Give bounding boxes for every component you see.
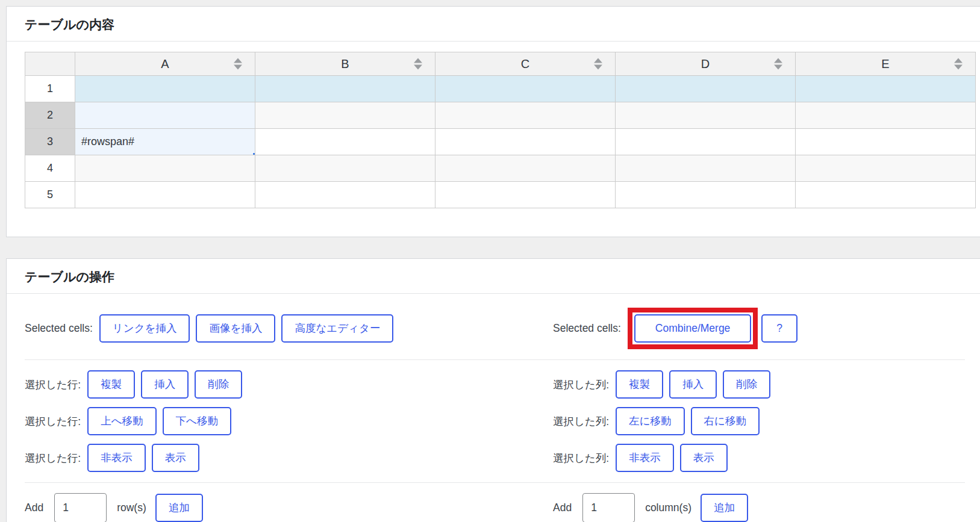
column-header-d[interactable]: D <box>616 52 796 76</box>
add-columns-count-input[interactable] <box>582 493 635 522</box>
rows-group-1: 選択した行: 複製 挿入 削除 <box>25 370 553 399</box>
delete-columns-button[interactable]: 削除 <box>723 370 770 399</box>
grid-row-5: 5 <box>25 182 976 208</box>
row-header-1[interactable]: 1 <box>25 76 75 102</box>
sort-arrows-icon <box>414 58 422 70</box>
add-rows-count-input[interactable] <box>54 493 107 522</box>
column-header-e[interactable]: E <box>796 52 976 76</box>
add-columns-suffix-label: column(s) <box>645 502 691 514</box>
column-header-c[interactable]: C <box>435 52 616 76</box>
grid-corner-cell[interactable] <box>25 52 75 76</box>
cell-e4[interactable] <box>796 155 976 182</box>
selected-columns-label: 選択した列: <box>553 451 609 465</box>
cell-c2[interactable] <box>435 102 616 129</box>
add-columns-group: Add column(s) 追加 <box>553 493 965 522</box>
cell-a1[interactable] <box>75 76 255 102</box>
combine-merge-button[interactable]: Combine/Merge <box>634 314 752 343</box>
row-header-4[interactable]: 4 <box>25 155 75 182</box>
hide-columns-button[interactable]: 非表示 <box>616 444 674 472</box>
cell-d4[interactable] <box>616 155 796 182</box>
selected-columns-label: 選択した列: <box>553 378 609 392</box>
cols-group-1: 選択した列: 複製 挿入 削除 <box>553 370 965 399</box>
insert-columns-button[interactable]: 挿入 <box>669 370 717 399</box>
cell-e2[interactable] <box>796 102 976 129</box>
add-row: Add row(s) 追加 Add column(s) 追加 <box>25 493 965 522</box>
cell-a4[interactable] <box>75 155 255 182</box>
column-header-label: A <box>161 57 169 70</box>
merge-help-button[interactable]: ? <box>761 314 797 343</box>
selected-columns-label: 選択した列: <box>553 414 609 429</box>
selection-fill-handle[interactable] <box>252 152 255 155</box>
cell-c4[interactable] <box>435 155 616 182</box>
show-columns-button[interactable]: 表示 <box>680 444 728 472</box>
column-header-a[interactable]: A <box>75 52 255 76</box>
row-header-3[interactable]: 3 <box>25 129 75 155</box>
move-row: 選択した行: 上へ移動 下へ移動 選択した列: 左に移動 右に移動 <box>25 407 965 435</box>
cell-d1[interactable] <box>616 76 796 102</box>
grid-row-3: 3 #rowspan# <box>25 129 976 155</box>
add-rows-prefix-label: Add <box>25 502 43 514</box>
cell-e3[interactable] <box>796 129 976 155</box>
cell-b2[interactable] <box>255 102 435 129</box>
sort-arrows-icon <box>774 58 782 70</box>
move-columns-right-button[interactable]: 右に移動 <box>691 407 760 435</box>
duplicate-insert-delete-row: 選択した行: 複製 挿入 削除 選択した列: 複製 挿入 削除 <box>25 370 965 399</box>
add-rows-group: Add row(s) 追加 <box>25 493 553 522</box>
cell-e1[interactable] <box>796 76 976 102</box>
move-rows-down-button[interactable]: 下へ移動 <box>163 407 231 435</box>
cell-c3[interactable] <box>435 129 616 155</box>
grid-header-row: A B C D E <box>25 52 976 76</box>
column-header-label: C <box>521 57 529 70</box>
rows-group-3: 選択した行: 非表示 表示 <box>25 444 553 472</box>
insert-rows-button[interactable]: 挿入 <box>141 370 189 399</box>
selected-cells-row: Selected cells: リンクを挿入 画像を挿入 高度なエディター Se… <box>25 308 965 349</box>
add-rows-suffix-label: row(s) <box>117 502 146 514</box>
move-columns-left-button[interactable]: 左に移動 <box>616 407 684 435</box>
hide-rows-button[interactable]: 非表示 <box>87 444 146 472</box>
cell-b3[interactable] <box>255 129 435 155</box>
panel-title-contents: テーブルの内容 <box>7 7 980 42</box>
advanced-editor-button[interactable]: 高度なエディター <box>281 314 393 343</box>
cell-b1[interactable] <box>255 76 435 102</box>
grid-row-4: 4 <box>25 155 976 182</box>
selected-cells-label: Selected cells: <box>25 322 93 335</box>
cell-d3[interactable] <box>616 129 796 155</box>
insert-image-button[interactable]: 画像を挿入 <box>196 314 275 343</box>
add-columns-button[interactable]: 追加 <box>701 494 748 522</box>
sort-arrows-icon <box>954 58 963 70</box>
show-rows-button[interactable]: 表示 <box>152 444 199 472</box>
move-rows-up-button[interactable]: 上へ移動 <box>87 407 156 435</box>
cell-b5[interactable] <box>255 182 435 208</box>
visibility-row: 選択した行: 非表示 表示 選択した列: 非表示 表示 <box>25 444 965 472</box>
grid-row-1: 1 <box>25 76 976 102</box>
row-header-2[interactable]: 2 <box>25 102 75 129</box>
table-contents-panel: テーブルの内容 A B C <box>6 6 980 237</box>
column-header-label: D <box>701 57 710 70</box>
duplicate-rows-button[interactable]: 複製 <box>87 370 135 399</box>
table-manipulation-panel: テーブルの操作 Selected cells: リンクを挿入 画像を挿入 高度な… <box>6 258 980 522</box>
delete-rows-button[interactable]: 削除 <box>195 370 242 399</box>
duplicate-columns-button[interactable]: 複製 <box>616 370 663 399</box>
cell-e5[interactable] <box>796 182 976 208</box>
add-rows-button[interactable]: 追加 <box>155 494 203 522</box>
cell-a5[interactable] <box>75 182 255 208</box>
cell-c5[interactable] <box>435 182 616 208</box>
operations-container: Selected cells: リンクを挿入 画像を挿入 高度なエディター Se… <box>7 294 980 522</box>
selected-cells-left: Selected cells: リンクを挿入 画像を挿入 高度なエディター <box>25 314 553 343</box>
spreadsheet-grid: A B C D E <box>25 52 976 208</box>
cell-d2[interactable] <box>616 102 796 129</box>
column-header-label: B <box>341 57 349 70</box>
cols-group-2: 選択した列: 左に移動 右に移動 <box>553 407 965 435</box>
panel-title-operations: テーブルの操作 <box>7 259 980 294</box>
row-header-5[interactable]: 5 <box>25 182 75 208</box>
column-header-label: E <box>881 57 889 70</box>
cell-a3-value: #rowspan# <box>81 135 134 148</box>
column-header-b[interactable]: B <box>255 52 435 76</box>
cell-d5[interactable] <box>616 182 796 208</box>
cell-c1[interactable] <box>435 76 616 102</box>
cell-a2-selected[interactable] <box>75 102 255 129</box>
selected-rows-label: 選択した行: <box>25 378 81 392</box>
cell-b4[interactable] <box>255 155 435 182</box>
insert-link-button[interactable]: リンクを挿入 <box>99 314 190 343</box>
cell-a3-selected[interactable]: #rowspan# <box>75 129 255 155</box>
